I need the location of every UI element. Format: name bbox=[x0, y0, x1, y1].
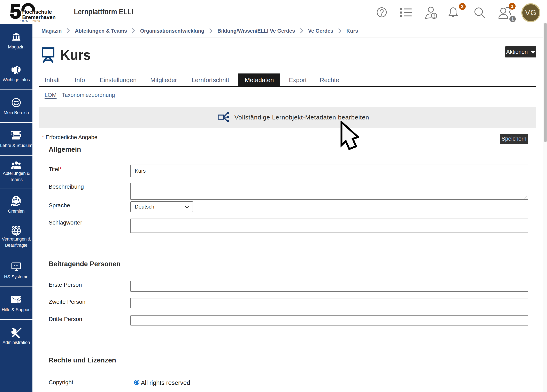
svg-text:?: ? bbox=[18, 299, 20, 303]
svg-text:1975 – 2025: 1975 – 2025 bbox=[20, 19, 41, 23]
svg-text:5: 5 bbox=[10, 2, 21, 23]
